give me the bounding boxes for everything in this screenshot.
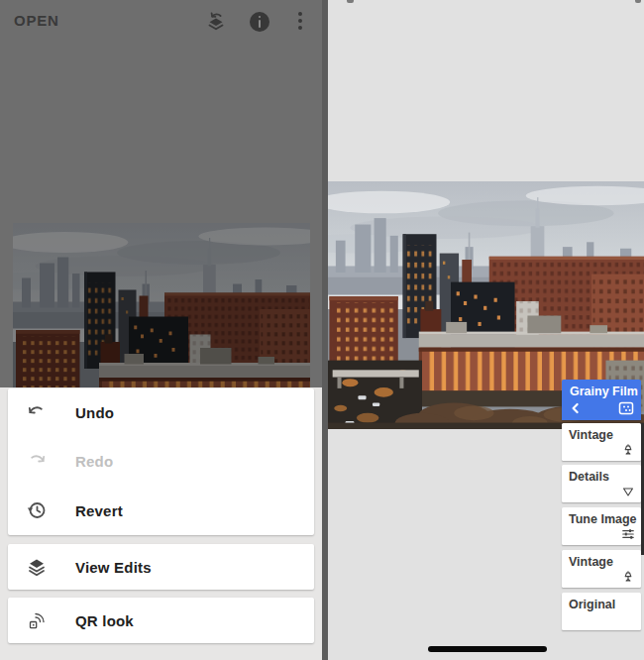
overflow-menu-icon[interactable] bbox=[298, 12, 302, 32]
edit-card-label: Original bbox=[569, 598, 615, 611]
view-edits-card: View Edits bbox=[8, 544, 314, 590]
menu-item-label: Undo bbox=[75, 404, 114, 421]
menu-item-qr-look[interactable]: QR look bbox=[8, 598, 314, 643]
menu-item-undo[interactable]: Undo bbox=[8, 388, 314, 437]
right-screenshot: Grainy Film Vintage bbox=[322, 0, 644, 660]
edit-card-label: Tune Image bbox=[569, 512, 637, 526]
menu-item-label: QR look bbox=[75, 612, 134, 629]
triangle-icon bbox=[621, 485, 635, 498]
active-edit-label: Grainy Film bbox=[570, 385, 638, 398]
cropped-toolbar-icon bbox=[347, 0, 354, 3]
open-button[interactable]: OPEN bbox=[14, 12, 59, 29]
menu-item-label: View Edits bbox=[75, 559, 152, 576]
lamp-icon bbox=[621, 443, 635, 457]
menu-item-revert[interactable]: Revert bbox=[8, 487, 314, 535]
edit-options-menu: Undo Redo bbox=[0, 387, 322, 660]
undo-menu-card: Undo Redo bbox=[8, 388, 314, 535]
dim-overlay bbox=[13, 223, 310, 388]
back-chevron-icon[interactable] bbox=[569, 401, 583, 415]
edit-card-original[interactable]: Original bbox=[562, 593, 641, 630]
grain-adjust-icon[interactable] bbox=[618, 401, 634, 415]
home-indicator[interactable] bbox=[428, 646, 547, 652]
photo-preview-dimmed bbox=[13, 223, 310, 388]
menu-item-label: Redo bbox=[75, 453, 113, 470]
edit-card-vintage-1[interactable]: Vintage bbox=[562, 423, 641, 461]
info-icon[interactable] bbox=[250, 12, 269, 32]
edit-card-details[interactable]: Details bbox=[562, 465, 641, 502]
edit-card-label: Details bbox=[569, 470, 609, 484]
tune-sliders-icon bbox=[621, 527, 635, 541]
lamp-icon bbox=[621, 570, 635, 584]
view-edits-history-icon[interactable] bbox=[204, 10, 228, 34]
redo-icon bbox=[25, 450, 49, 474]
screenshot-canvas: OPEN bbox=[0, 0, 644, 660]
qr-look-card: QR look bbox=[8, 598, 314, 643]
cropped-toolbar-icon bbox=[635, 0, 641, 3]
edit-card-label: Vintage bbox=[569, 555, 613, 569]
revert-history-icon bbox=[25, 498, 49, 522]
active-edit-card-grainy-film[interactable]: Grainy Film bbox=[562, 380, 641, 420]
undo-icon bbox=[25, 401, 49, 425]
layers-icon bbox=[25, 555, 49, 579]
qr-scan-icon bbox=[25, 608, 49, 632]
left-screenshot: OPEN bbox=[0, 0, 322, 660]
edit-card-label: Vintage bbox=[569, 428, 613, 442]
menu-item-redo[interactable]: Redo bbox=[8, 437, 314, 486]
menu-item-view-edits[interactable]: View Edits bbox=[8, 544, 314, 590]
edit-card-vintage-2[interactable]: Vintage bbox=[562, 550, 641, 588]
menu-item-label: Revert bbox=[75, 502, 123, 519]
edit-card-tune-image[interactable]: Tune Image bbox=[562, 507, 641, 545]
toolbar: OPEN bbox=[0, 0, 322, 44]
